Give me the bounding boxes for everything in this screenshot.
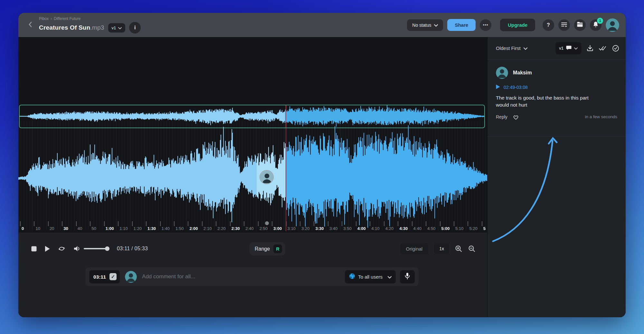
version-dropdown[interactable]: v1	[108, 23, 126, 33]
resolve-all-button[interactable]	[612, 45, 619, 52]
sort-dropdown[interactable]: Oldest First	[496, 45, 527, 51]
playhead[interactable]	[286, 128, 286, 231]
breadcrumb-separator: ›	[51, 16, 52, 21]
voice-comment-button[interactable]	[400, 270, 415, 283]
more-button[interactable]: •••	[480, 19, 491, 31]
download-comments-button[interactable]	[587, 45, 593, 52]
upgrade-button[interactable]: Upgrade	[500, 19, 535, 31]
volume-knob[interactable]	[105, 246, 109, 251]
ruler-label: 4:40	[413, 226, 421, 231]
audience-label: To all users	[358, 274, 383, 280]
ruler-tick	[34, 221, 34, 226]
breadcrumb-project[interactable]: Pibox	[39, 16, 49, 21]
globe-icon	[349, 273, 355, 280]
ruler-tick	[174, 221, 175, 226]
comment-position-dot[interactable]	[265, 221, 269, 225]
ruler-label: 2:30	[232, 226, 240, 231]
volume-button[interactable]	[73, 245, 80, 252]
original-button[interactable]: Original	[400, 243, 429, 254]
like-button[interactable]	[513, 114, 519, 120]
ruler-label: 3:30	[315, 226, 324, 231]
microphone-icon	[405, 272, 410, 281]
time-display: 03:11 / 05:33	[117, 246, 148, 252]
breadcrumb-folder[interactable]: Different Future	[54, 16, 80, 21]
ruler-label: 5:10	[455, 226, 463, 231]
ruler-tick	[272, 221, 272, 226]
ruler-tick	[62, 221, 62, 226]
share-button[interactable]: Share	[447, 19, 476, 31]
ruler-tick	[160, 221, 161, 226]
audience-dropdown[interactable]: To all users	[345, 270, 396, 283]
waveform-comment-marker[interactable]	[260, 170, 274, 184]
back-button[interactable]	[25, 20, 35, 30]
waveform-minimap[interactable]	[19, 105, 485, 128]
reply-button[interactable]: Reply	[496, 114, 507, 119]
user-avatar[interactable]	[606, 18, 619, 32]
comment-bubble-icon	[566, 45, 572, 51]
projects-button[interactable]	[574, 19, 586, 31]
activity-feed-button[interactable]	[558, 19, 570, 31]
check-circle-icon	[612, 45, 619, 52]
play-button[interactable]	[45, 246, 50, 252]
range-label: Range	[255, 246, 270, 252]
control-panel: 03:11 / 05:33 Range R Original 1x	[18, 233, 487, 317]
ruler-tick	[216, 221, 216, 226]
main-waveform[interactable]	[18, 127, 487, 224]
comment-input[interactable]	[142, 273, 345, 280]
zoom-in-button[interactable]	[455, 245, 462, 253]
zoom-in-icon	[455, 245, 462, 253]
more-icon: •••	[483, 23, 488, 27]
ruler-tick	[76, 221, 77, 226]
ruler-tick	[370, 221, 370, 226]
range-button[interactable]: Range R	[250, 242, 285, 255]
ruler-tick	[440, 221, 440, 226]
ruler-tick	[132, 221, 133, 226]
notification-badge: 1	[597, 18, 603, 24]
ruler-label: 5:00	[441, 226, 450, 231]
comments-sidebar: Oldest First v1	[487, 37, 626, 317]
timestamp-checkbox[interactable]: ✓	[109, 273, 117, 280]
player-area: 010203040501:001:101:201:301:401:502:002…	[18, 37, 487, 317]
feed-icon	[561, 22, 567, 29]
ruler-label: 4:00	[357, 226, 366, 231]
status-label: No status	[412, 23, 431, 28]
minimap-playhead[interactable]	[286, 105, 286, 128]
ruler-tick	[118, 221, 118, 226]
ruler-label: 5	[483, 226, 486, 231]
ruler-label: 4:30	[399, 226, 408, 231]
ruler-label: 4:10	[371, 226, 379, 231]
ruler-label: 1:40	[162, 226, 170, 231]
ruler-tick	[342, 221, 342, 226]
help-button[interactable]: ?	[543, 19, 554, 31]
minimap-waveform	[20, 105, 484, 128]
check-icon: ✓	[111, 274, 115, 280]
ruler-label: 1:20	[134, 226, 142, 231]
ruler-label: 1:00	[106, 226, 114, 231]
file-extension: .mp3	[90, 24, 104, 31]
timeline-ruler[interactable]: 010203040501:001:101:201:301:401:502:002…	[18, 221, 487, 233]
status-dropdown[interactable]: No status	[407, 19, 443, 31]
comment-timestamp-chip[interactable]: 03:11 ✓	[89, 270, 120, 283]
comment-card[interactable]: Maksim 02:49-03:08 The track is good, bu…	[488, 60, 626, 137]
ruler-label: 3:00	[273, 226, 282, 231]
playback-speed-button[interactable]: 1x	[434, 243, 449, 254]
volume-slider[interactable]	[84, 248, 109, 249]
ruler-tick	[300, 221, 300, 226]
comment-time-range[interactable]: 02:49-03:08	[496, 84, 617, 90]
ruler-tick	[244, 221, 244, 226]
speaker-icon	[73, 245, 80, 252]
info-button[interactable]: i	[129, 22, 141, 33]
zoom-out-button[interactable]	[468, 245, 476, 253]
ruler-tick	[398, 221, 398, 226]
comments-version-filter[interactable]: v1	[555, 42, 581, 54]
transport-controls: 03:11 / 05:33	[31, 242, 148, 255]
comment-timestamp: 03:11	[93, 274, 106, 280]
composer-avatar	[125, 271, 137, 283]
loop-button[interactable]	[58, 245, 65, 252]
stop-button[interactable]	[31, 246, 37, 252]
mark-all-read-button[interactable]	[599, 46, 607, 51]
ruler-tick	[468, 221, 468, 226]
ruler-tick	[104, 221, 105, 226]
ruler-tick	[412, 221, 412, 226]
ruler-label: 20	[50, 226, 54, 231]
